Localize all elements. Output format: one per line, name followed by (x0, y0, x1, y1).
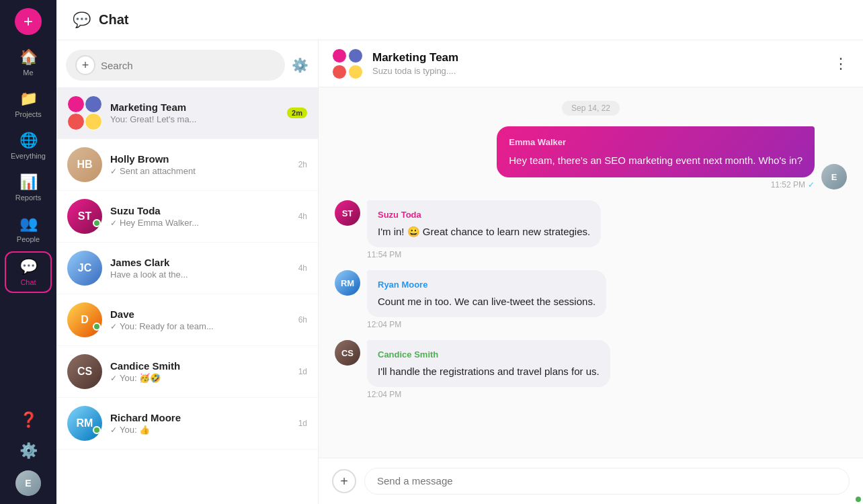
sidebar-item-people[interactable]: 👥 People (5, 210, 52, 249)
suzu-online-dot (93, 219, 101, 227)
globe-icon: 🌐 (19, 132, 38, 149)
chat-item-candice[interactable]: CS Candice Smith ✓ You: 🥳🤣 1d (56, 346, 318, 398)
suzu-time: 4h (298, 212, 307, 221)
richard-meta: 1d (298, 419, 307, 428)
message-input[interactable] (377, 475, 837, 487)
settings-gear-icon[interactable]: ⚙️ (292, 57, 309, 73)
chat-item-holly[interactable]: HB Holly Brown ✓ Sent an attachment 2h (56, 139, 318, 191)
suzu-preview: ✓ Hey Emma Walker... (110, 218, 290, 228)
attach-button[interactable]: + (332, 469, 356, 493)
candice-msg-bubble: Candice Smith I'll handle the registrati… (367, 340, 610, 387)
main-content: 💬 Chat + ⚙️ (56, 0, 863, 504)
message-incoming-candice: CS Candice Smith I'll handle the registr… (335, 340, 847, 399)
more-options-button[interactable]: ⋮ (833, 55, 850, 73)
candice-preview: ✓ You: 🥳🤣 (110, 373, 290, 383)
settings-icon: ⚙️ (19, 442, 38, 460)
message-outgoing-emma: Emma Walker Hey team, there's an SEO mar… (335, 126, 847, 190)
candice-msg-time: 12:04 PM (367, 390, 610, 399)
suzu-msg-bubble: Suzu Toda I'm in! 😀 Great chance to lear… (367, 200, 601, 247)
sidebar-item-everything[interactable]: 🌐 Everything (5, 126, 52, 165)
candice-sender-name: Candice Smith (378, 348, 600, 362)
chat-icon: 💬 (19, 258, 38, 276)
add-button[interactable]: + (15, 8, 42, 35)
holly-time: 2h (298, 160, 307, 169)
message-input-wrap (364, 468, 850, 495)
richard-time: 1d (298, 419, 307, 428)
check-icon-candice: ✓ (110, 374, 117, 383)
chat-item-richard[interactable]: RM Richard Moore ✓ You: 👍 1d (56, 398, 318, 450)
chat-list: Marketing Team You: Great! Let's ma... 2… (56, 87, 318, 504)
content-row: + ⚙️ Marketing Team (56, 40, 863, 504)
richard-online-dot (93, 426, 101, 434)
sidebar-item-chat[interactable]: 💬 Chat (5, 251, 52, 293)
candice-time: 1d (298, 367, 307, 376)
dave-info: Dave ✓ You: Ready for a team... (110, 308, 290, 331)
help-icon: ❓ (19, 411, 38, 429)
holly-preview: ✓ Sent an attachment (110, 166, 290, 176)
ryan-msg-bubble: Ryan Moore Count me in too. We can live-… (367, 270, 606, 317)
chat-item-dave[interactable]: D Dave ✓ You: Ready for a team... 6h (56, 294, 318, 346)
ryan-msg-time: 12:04 PM (367, 320, 606, 329)
candice-name: Candice Smith (110, 360, 290, 372)
holly-meta: 2h (298, 160, 307, 169)
richard-info: Richard Moore ✓ You: 👍 (110, 412, 290, 435)
richard-avatar: RM (67, 406, 102, 441)
msg-time-emma: 11:52 PM ✓ (771, 180, 815, 190)
sidebar-label-reports: Reports (15, 194, 42, 202)
suzu-msg-text: I'm in! 😀 Great chance to learn new stra… (378, 226, 590, 237)
ryan-msg-text: Count me in too. We can live-tweet the s… (378, 296, 595, 307)
sidebar-item-reports[interactable]: 📊 Reports (5, 168, 52, 207)
unread-badge: 2m (287, 108, 307, 118)
dave-avatar: D (67, 302, 102, 337)
dave-preview: ✓ You: Ready for a team... (110, 321, 290, 331)
suzu-info: Suzu Toda ✓ Hey Emma Walker... (110, 205, 290, 228)
msg-bubble-emma: Emma Walker Hey team, there's an SEO mar… (497, 126, 815, 177)
marketing-team-info: Marketing Team You: Great! Let's ma... (110, 101, 279, 124)
people-icon: 👥 (19, 215, 38, 233)
check-icon-dave: ✓ (110, 322, 117, 331)
sidebar-item-help[interactable]: ❓ (5, 406, 52, 434)
james-meta: 4h (298, 263, 307, 273)
richard-name: Richard Moore (110, 412, 290, 423)
holly-avatar: HB (67, 147, 102, 182)
marketing-team-preview: You: Great! Let's ma... (110, 114, 279, 124)
home-icon: 🏠 (19, 48, 38, 66)
user-avatar[interactable]: E (15, 470, 41, 496)
messages-area: Sep 14, 22 Emma Walker Hey team, there's… (319, 87, 863, 458)
suzu-avatar-msg: ST (335, 200, 360, 226)
chat-item-marketing[interactable]: Marketing Team You: Great! Let's ma... 2… (56, 87, 318, 139)
folder-icon: 📁 (19, 90, 38, 108)
search-new-button[interactable]: + (75, 55, 95, 75)
sidebar-item-settings[interactable]: ⚙️ (5, 437, 52, 465)
search-input[interactable] (101, 60, 276, 71)
sidebar-label-people: People (17, 235, 40, 243)
holly-info: Holly Brown ✓ Sent an attachment (110, 153, 290, 176)
chat-item-james[interactable]: JC James Clark Have a look at the... 4h (56, 243, 318, 294)
james-avatar: JC (67, 251, 102, 286)
sidebar-item-me[interactable]: 🏠 Me (5, 43, 52, 82)
emma-avatar-msg: E (821, 164, 847, 190)
chat-item-suzu[interactable]: ST Suzu Toda ✓ Hey Emma Walker... 4h (56, 191, 318, 243)
msg-check-icon: ✓ (808, 180, 815, 190)
sidebar-label-projects: Projects (15, 110, 42, 118)
sidebar-item-projects[interactable]: 📁 Projects (5, 85, 52, 124)
candice-meta: 1d (298, 367, 307, 376)
chat-panel: Marketing Team Suzu toda is typing.... ⋮… (319, 40, 863, 504)
ryan-msg-body: Ryan Moore Count me in too. We can live-… (367, 270, 606, 329)
suzu-meta: 4h (298, 212, 307, 221)
dave-name: Dave (110, 308, 290, 320)
suzu-msg-time: 11:54 PM (367, 250, 601, 259)
chart-icon: 📊 (19, 173, 38, 191)
candice-msg-body: Candice Smith I'll handle the registrati… (367, 340, 610, 399)
marketing-team-name: Marketing Team (110, 101, 279, 113)
chat-header-group-avatar (332, 48, 363, 79)
sidebar-nav: + 🏠 Me 📁 Projects 🌐 Everything 📊 Reports… (0, 0, 56, 504)
chat-header: Marketing Team Suzu toda is typing.... ⋮ (319, 40, 863, 87)
check-icon-suzu: ✓ (110, 218, 117, 228)
ryan-sender-name: Ryan Moore (378, 278, 595, 292)
search-bar: + ⚙️ (56, 40, 318, 87)
message-incoming-suzu: ST Suzu Toda I'm in! 😀 Great chance to l… (335, 200, 847, 259)
message-input-area: + (319, 458, 863, 504)
suzu-avatar: ST (67, 199, 102, 234)
ryan-avatar-msg: RM (335, 270, 360, 296)
